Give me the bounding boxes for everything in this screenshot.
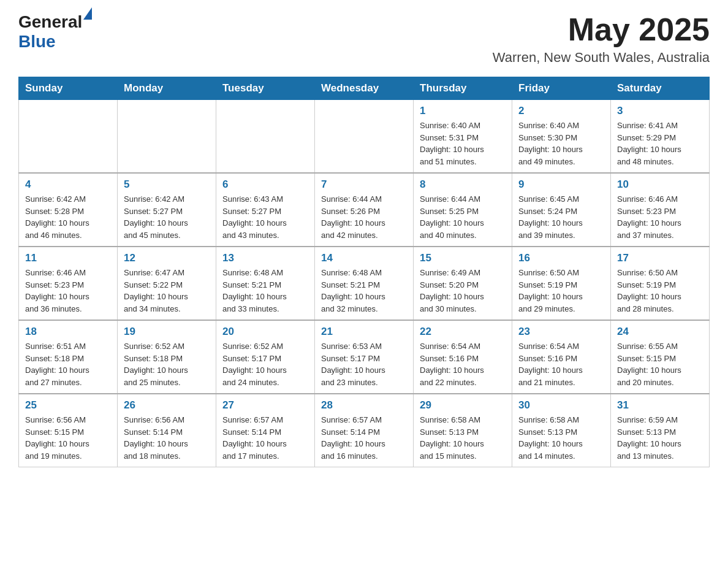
- calendar-cell: 2Sunrise: 6:40 AMSunset: 5:30 PMDaylight…: [512, 100, 611, 174]
- calendar-cell: 9Sunrise: 6:45 AMSunset: 5:24 PMDaylight…: [512, 173, 611, 247]
- day-info: Sunrise: 6:55 AMSunset: 5:15 PMDaylight:…: [617, 340, 703, 388]
- calendar-week-row: 11Sunrise: 6:46 AMSunset: 5:23 PMDayligh…: [19, 247, 710, 320]
- page-header: General Blue May 2025 Warren, New South …: [18, 12, 710, 66]
- day-info: Sunrise: 6:58 AMSunset: 5:13 PMDaylight:…: [420, 414, 506, 462]
- day-number: 10: [617, 178, 703, 191]
- calendar-cell: 1Sunrise: 6:40 AMSunset: 5:31 PMDaylight…: [414, 100, 512, 174]
- day-number: 20: [222, 326, 308, 338]
- day-info: Sunrise: 6:52 AMSunset: 5:18 PMDaylight:…: [124, 340, 210, 388]
- day-number: 28: [321, 399, 407, 412]
- day-info: Sunrise: 6:57 AMSunset: 5:14 PMDaylight:…: [321, 414, 407, 462]
- calendar-week-row: 25Sunrise: 6:56 AMSunset: 5:15 PMDayligh…: [19, 394, 710, 467]
- calendar-cell: 16Sunrise: 6:50 AMSunset: 5:19 PMDayligh…: [512, 247, 611, 320]
- day-number: 27: [222, 399, 308, 412]
- day-info: Sunrise: 6:50 AMSunset: 5:19 PMDaylight:…: [617, 267, 703, 315]
- day-number: 18: [25, 326, 111, 338]
- day-number: 22: [420, 326, 506, 338]
- calendar-cell: 14Sunrise: 6:48 AMSunset: 5:21 PMDayligh…: [315, 247, 414, 320]
- calendar-table: SundayMondayTuesdayWednesdayThursdayFrid…: [18, 77, 710, 467]
- weekday-header-thursday: Thursday: [414, 77, 512, 100]
- logo-triangle-icon: [83, 7, 92, 20]
- calendar-week-row: 18Sunrise: 6:51 AMSunset: 5:18 PMDayligh…: [19, 320, 710, 394]
- day-info: Sunrise: 6:44 AMSunset: 5:25 PMDaylight:…: [420, 193, 506, 241]
- calendar-cell: 28Sunrise: 6:57 AMSunset: 5:14 PMDayligh…: [315, 394, 414, 467]
- title-block: May 2025 Warren, New South Wales, Austra…: [493, 12, 710, 66]
- weekday-header-saturday: Saturday: [611, 77, 710, 100]
- calendar-subtitle: Warren, New South Wales, Australia: [493, 50, 710, 66]
- calendar-cell: 17Sunrise: 6:50 AMSunset: 5:19 PMDayligh…: [611, 247, 710, 320]
- day-number: 23: [518, 326, 604, 338]
- day-number: 8: [420, 178, 506, 191]
- day-number: 26: [124, 399, 210, 412]
- calendar-cell: 10Sunrise: 6:46 AMSunset: 5:23 PMDayligh…: [611, 173, 710, 247]
- day-number: 13: [222, 252, 308, 264]
- calendar-week-row: 1Sunrise: 6:40 AMSunset: 5:31 PMDaylight…: [19, 100, 710, 174]
- day-number: 31: [617, 399, 703, 412]
- day-info: Sunrise: 6:46 AMSunset: 5:23 PMDaylight:…: [25, 267, 111, 315]
- day-info: Sunrise: 6:51 AMSunset: 5:18 PMDaylight:…: [25, 340, 111, 388]
- calendar-week-row: 4Sunrise: 6:42 AMSunset: 5:28 PMDaylight…: [19, 173, 710, 247]
- day-info: Sunrise: 6:54 AMSunset: 5:16 PMDaylight:…: [420, 340, 506, 388]
- day-number: 11: [25, 252, 111, 264]
- calendar-cell: 20Sunrise: 6:52 AMSunset: 5:17 PMDayligh…: [216, 320, 315, 394]
- day-number: 25: [25, 399, 111, 412]
- day-info: Sunrise: 6:58 AMSunset: 5:13 PMDaylight:…: [518, 414, 604, 462]
- day-info: Sunrise: 6:43 AMSunset: 5:27 PMDaylight:…: [222, 193, 308, 241]
- day-info: Sunrise: 6:47 AMSunset: 5:22 PMDaylight:…: [124, 267, 210, 315]
- calendar-cell: 7Sunrise: 6:44 AMSunset: 5:26 PMDaylight…: [315, 173, 414, 247]
- day-info: Sunrise: 6:53 AMSunset: 5:17 PMDaylight:…: [321, 340, 407, 388]
- calendar-cell: 22Sunrise: 6:54 AMSunset: 5:16 PMDayligh…: [414, 320, 512, 394]
- logo-blue: Blue: [18, 32, 56, 51]
- calendar-cell: 5Sunrise: 6:42 AMSunset: 5:27 PMDaylight…: [118, 173, 216, 247]
- calendar-cell: 8Sunrise: 6:44 AMSunset: 5:25 PMDaylight…: [414, 173, 512, 247]
- calendar-cell: [315, 100, 414, 174]
- calendar-cell: 23Sunrise: 6:54 AMSunset: 5:16 PMDayligh…: [512, 320, 611, 394]
- calendar-cell: [19, 100, 118, 174]
- weekday-header-wednesday: Wednesday: [315, 77, 414, 100]
- day-number: 9: [518, 178, 604, 191]
- day-number: 14: [321, 252, 407, 264]
- calendar-cell: 18Sunrise: 6:51 AMSunset: 5:18 PMDayligh…: [19, 320, 118, 394]
- day-info: Sunrise: 6:41 AMSunset: 5:29 PMDaylight:…: [617, 120, 703, 167]
- day-info: Sunrise: 6:57 AMSunset: 5:14 PMDaylight:…: [222, 414, 308, 462]
- calendar-cell: [216, 100, 315, 174]
- weekday-header-sunday: Sunday: [19, 77, 118, 100]
- calendar-cell: 19Sunrise: 6:52 AMSunset: 5:18 PMDayligh…: [118, 320, 216, 394]
- day-number: 29: [420, 399, 506, 412]
- calendar-cell: 15Sunrise: 6:49 AMSunset: 5:20 PMDayligh…: [414, 247, 512, 320]
- day-number: 1: [420, 105, 506, 117]
- day-number: 4: [25, 178, 111, 191]
- day-info: Sunrise: 6:59 AMSunset: 5:13 PMDaylight:…: [617, 414, 703, 462]
- day-info: Sunrise: 6:40 AMSunset: 5:31 PMDaylight:…: [420, 120, 506, 167]
- calendar-cell: 11Sunrise: 6:46 AMSunset: 5:23 PMDayligh…: [19, 247, 118, 320]
- day-number: 19: [124, 326, 210, 338]
- day-info: Sunrise: 6:44 AMSunset: 5:26 PMDaylight:…: [321, 193, 407, 241]
- weekday-header-row: SundayMondayTuesdayWednesdayThursdayFrid…: [19, 77, 710, 100]
- day-number: 3: [617, 105, 703, 117]
- day-number: 7: [321, 178, 407, 191]
- day-number: 12: [124, 252, 210, 264]
- calendar-cell: 3Sunrise: 6:41 AMSunset: 5:29 PMDaylight…: [611, 100, 710, 174]
- day-number: 17: [617, 252, 703, 264]
- day-info: Sunrise: 6:48 AMSunset: 5:21 PMDaylight:…: [222, 267, 308, 315]
- logo-general: General: [18, 12, 82, 31]
- day-info: Sunrise: 6:49 AMSunset: 5:20 PMDaylight:…: [420, 267, 506, 315]
- calendar-cell: 27Sunrise: 6:57 AMSunset: 5:14 PMDayligh…: [216, 394, 315, 467]
- day-info: Sunrise: 6:56 AMSunset: 5:15 PMDaylight:…: [25, 414, 111, 462]
- day-number: 30: [518, 399, 604, 412]
- day-number: 2: [518, 105, 604, 117]
- day-number: 16: [518, 252, 604, 264]
- weekday-header-tuesday: Tuesday: [216, 77, 315, 100]
- day-number: 15: [420, 252, 506, 264]
- weekday-header-monday: Monday: [118, 77, 216, 100]
- calendar-cell: 6Sunrise: 6:43 AMSunset: 5:27 PMDaylight…: [216, 173, 315, 247]
- day-info: Sunrise: 6:42 AMSunset: 5:27 PMDaylight:…: [124, 193, 210, 241]
- day-info: Sunrise: 6:42 AMSunset: 5:28 PMDaylight:…: [25, 193, 111, 241]
- day-info: Sunrise: 6:48 AMSunset: 5:21 PMDaylight:…: [321, 267, 407, 315]
- calendar-cell: 31Sunrise: 6:59 AMSunset: 5:13 PMDayligh…: [611, 394, 710, 467]
- weekday-header-friday: Friday: [512, 77, 611, 100]
- calendar-title: May 2025: [493, 12, 710, 47]
- day-number: 5: [124, 178, 210, 191]
- calendar-cell: 26Sunrise: 6:56 AMSunset: 5:14 PMDayligh…: [118, 394, 216, 467]
- calendar-cell: 13Sunrise: 6:48 AMSunset: 5:21 PMDayligh…: [216, 247, 315, 320]
